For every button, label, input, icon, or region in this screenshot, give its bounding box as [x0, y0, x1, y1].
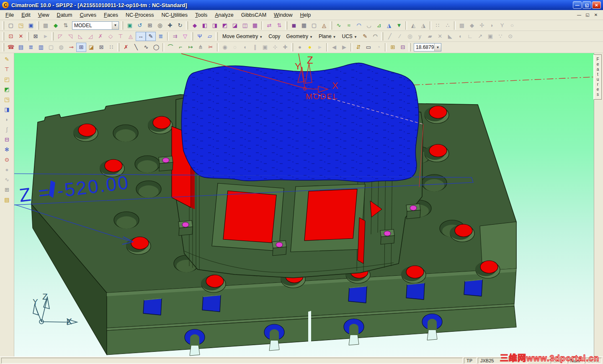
- scatter-b-button[interactable]: ∴: [443, 21, 453, 30]
- zoom-button[interactable]: ◎: [155, 21, 165, 30]
- model-3d-view[interactable]: Z = -520.00 Y Z X MODEL Y Z X: [14, 53, 594, 356]
- point-tool-button[interactable]: ╱: [385, 32, 395, 41]
- filter-curves-button[interactable]: ◺: [75, 32, 85, 41]
- toolbar-grip[interactable]: [191, 32, 193, 41]
- measure-button[interactable]: ▭: [363, 43, 374, 52]
- mdi-close-button[interactable]: ✕: [592, 12, 600, 18]
- pick-options-button[interactable]: ✎: [146, 32, 156, 41]
- 3d-viewport[interactable]: Z = -520.00 Y Z X MODEL Y Z X: [14, 53, 594, 356]
- menu-help[interactable]: Help: [296, 11, 315, 19]
- menu-file[interactable]: File: [2, 11, 18, 19]
- rotate-view-cw-button[interactable]: ⇄: [264, 21, 274, 30]
- snap-grid-button[interactable]: ⊞: [76, 43, 86, 52]
- green-part-button[interactable]: ◩: [2, 85, 13, 94]
- previous-select-button[interactable]: ►: [41, 32, 51, 41]
- show-entities-button[interactable]: ●: [305, 43, 315, 52]
- filter-sketches-button[interactable]: ◬: [126, 32, 136, 41]
- menu-datum[interactable]: Datum: [53, 11, 76, 19]
- reference-plane-button[interactable]: ▱: [205, 32, 215, 41]
- sketch-plane-button[interactable]: ◪: [86, 43, 96, 52]
- circle-button[interactable]: ◯: [151, 43, 161, 52]
- balloon-button[interactable]: ◍: [56, 43, 66, 52]
- parting-analysis-button[interactable]: ◮: [384, 21, 394, 30]
- spline-tool-button[interactable]: y: [415, 32, 425, 41]
- rotate-view-ccw-button[interactable]: ⇅: [274, 21, 284, 30]
- surface-tool-button[interactable]: ◗: [2, 115, 13, 124]
- menu-nc-utilities[interactable]: NC-Utilities: [157, 11, 191, 19]
- new-file-button[interactable]: ▢: [6, 21, 16, 30]
- copy-button[interactable]: Copy: [265, 33, 283, 40]
- selection-list-button[interactable]: ≣: [156, 32, 166, 41]
- menu-edit[interactable]: Edit: [18, 11, 34, 19]
- screen-capture-button[interactable]: ⇅: [61, 21, 71, 30]
- geometry-button[interactable]: Geometry▼: [283, 33, 316, 40]
- ucs-button[interactable]: UCS▼: [339, 33, 360, 40]
- mirror-button[interactable]: ◖: [240, 43, 250, 52]
- lasso-button[interactable]: ◠: [370, 32, 380, 41]
- blank-tool-button[interactable]: ●: [2, 165, 13, 174]
- toolbar-grip[interactable]: [121, 21, 123, 30]
- tool-table-button[interactable]: ▥: [36, 43, 46, 52]
- plane-button[interactable]: Plane▼: [316, 33, 339, 40]
- clamp-display-button[interactable]: ◗: [487, 21, 497, 30]
- parallel-button[interactable]: ∥: [250, 43, 260, 52]
- draft-analysis-button[interactable]: ◠: [354, 21, 364, 30]
- fixture-display-button[interactable]: ✢: [477, 21, 487, 30]
- stock-analysis-button[interactable]: ▼: [394, 21, 404, 30]
- filter-points-button[interactable]: ✗: [95, 32, 106, 41]
- plane-tool-button[interactable]: ▰: [425, 32, 435, 41]
- menu-curves[interactable]: Curves: [76, 11, 100, 19]
- toolbar-grip[interactable]: [2, 43, 4, 51]
- view-isometric-button[interactable]: ◆: [190, 21, 200, 30]
- mdi-minimize-button[interactable]: —: [575, 12, 583, 18]
- filter-datums-button[interactable]: ⊤: [116, 32, 126, 41]
- shade-wireframe-button[interactable]: ▢: [309, 21, 319, 30]
- add-stock-button[interactable]: ⊞: [388, 43, 398, 52]
- chain-select-button[interactable]: ⇉: [170, 32, 180, 41]
- view-left-button[interactable]: ◫: [240, 21, 250, 30]
- model-selector-arrow-icon[interactable]: ▼: [112, 22, 119, 29]
- datum-pin-button[interactable]: ⊤: [2, 64, 13, 74]
- view-right-button[interactable]: ▦: [250, 21, 260, 30]
- pin-button[interactable]: ⊸: [66, 43, 76, 52]
- stock-display-button[interactable]: ▩: [457, 21, 467, 30]
- compare-left-button[interactable]: ◭: [408, 21, 418, 30]
- zoom-window-button[interactable]: ⊞: [145, 21, 155, 30]
- view-top-button[interactable]: ◩: [220, 21, 230, 30]
- view-bottom-button[interactable]: ◪: [230, 21, 240, 30]
- mdi-restore-button[interactable]: ◱: [584, 12, 591, 18]
- line-button[interactable]: ╲: [131, 43, 141, 52]
- toolbar-grip[interactable]: [27, 32, 29, 41]
- model-selector[interactable]: MODEL▼: [72, 21, 119, 30]
- angle-measure-button[interactable]: ◔: [374, 43, 384, 52]
- pick-select-button[interactable]: ⊡: [6, 32, 16, 41]
- print-button[interactable]: ▩: [41, 21, 51, 30]
- arc-tool-button[interactable]: ◖: [455, 32, 465, 41]
- insert-pin-button[interactable]: ⊙: [2, 155, 13, 164]
- filter-edges-button[interactable]: ◹: [65, 32, 75, 41]
- zoom-rotate-button[interactable]: ↺: [135, 21, 145, 30]
- toolbar-grip[interactable]: [2, 21, 4, 30]
- deselect-button[interactable]: ✕: [16, 32, 26, 41]
- compare-right-button[interactable]: ◮: [418, 21, 428, 30]
- blue-surface-part[interactable]: [181, 63, 419, 182]
- curvature-analysis-button[interactable]: ≈: [344, 21, 354, 30]
- menu-view[interactable]: View: [34, 11, 53, 19]
- toolbar-grip[interactable]: [186, 21, 188, 30]
- blue-part-button[interactable]: ◨: [2, 105, 13, 114]
- target-display-button[interactable]: ◆: [467, 21, 477, 30]
- add-entity-button[interactable]: ✚: [280, 43, 290, 52]
- extend-button[interactable]: ↦: [186, 43, 196, 52]
- surface-analysis-button[interactable]: ∿: [334, 21, 344, 30]
- report-doc-button[interactable]: ▤: [2, 195, 13, 205]
- export-part-button[interactable]: ◆: [51, 21, 61, 30]
- toolbar-grip[interactable]: [381, 32, 383, 41]
- restore-button[interactable]: ◱: [582, 1, 591, 9]
- open-file-button[interactable]: ◳: [16, 21, 26, 30]
- close-button[interactable]: ✕: [592, 1, 601, 9]
- cooling-button[interactable]: ✻: [2, 145, 13, 154]
- scatter-a-button[interactable]: ∷: [433, 21, 443, 30]
- tolerance-selector-arrow-icon[interactable]: ▼: [434, 44, 441, 51]
- menu-nc-process[interactable]: NC-Process: [122, 11, 157, 19]
- filter-faces-button[interactable]: ◸: [55, 32, 65, 41]
